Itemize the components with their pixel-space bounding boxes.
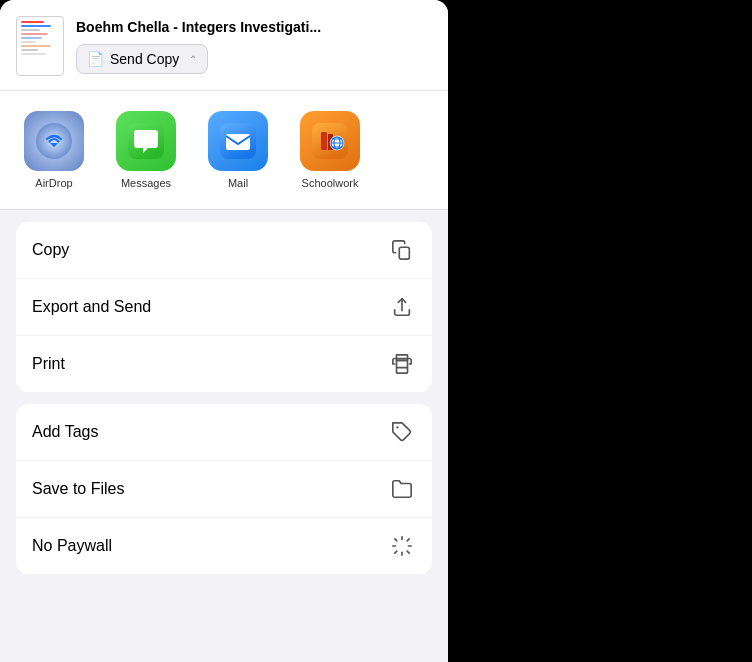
svg-line-21 — [407, 551, 409, 553]
no-paywall-action[interactable]: No Paywall — [16, 518, 432, 574]
copy-icon — [388, 236, 416, 264]
app-mail[interactable]: Mail — [192, 107, 284, 193]
export-and-send-label: Export and Send — [32, 298, 151, 316]
print-icon — [388, 350, 416, 378]
svg-point-1 — [53, 144, 56, 147]
tag-icon — [388, 418, 416, 446]
messages-label: Messages — [121, 177, 171, 189]
schoolwork-icon — [300, 111, 360, 171]
export-icon — [388, 293, 416, 321]
svg-point-0 — [36, 123, 72, 159]
svg-line-25 — [407, 539, 409, 541]
copy-action[interactable]: Copy — [16, 222, 432, 279]
header-info: Boehm Chella - Integers Investigati... 📄… — [76, 18, 432, 74]
save-to-files-action[interactable]: Save to Files — [16, 461, 432, 518]
airdrop-label: AirDrop — [35, 177, 72, 189]
print-action[interactable]: Print — [16, 336, 432, 392]
svg-rect-4 — [226, 134, 250, 150]
apps-row: AirDrop Messages — [0, 91, 448, 210]
svg-rect-16 — [397, 355, 408, 361]
schoolwork-label: Schoolwork — [302, 177, 359, 189]
copy-doc-icon: 📄 — [87, 51, 104, 67]
action-section-2: Add Tags Save to Files No Paywall — [16, 404, 432, 574]
doc-thumbnail — [16, 16, 64, 76]
print-label: Print — [32, 355, 65, 373]
svg-line-20 — [395, 539, 397, 541]
chevron-down-icon: ⌃ — [189, 54, 197, 65]
add-tags-label: Add Tags — [32, 423, 98, 441]
dark-overlay — [448, 0, 752, 662]
copy-label: Copy — [32, 241, 69, 259]
mail-label: Mail — [228, 177, 248, 189]
export-and-send-action[interactable]: Export and Send — [16, 279, 432, 336]
action-list: Copy Export and Send — [0, 210, 448, 662]
svg-line-24 — [395, 551, 397, 553]
airdrop-icon — [24, 111, 84, 171]
send-copy-button[interactable]: 📄 Send Copy ⌃ — [76, 44, 208, 74]
app-airdrop[interactable]: AirDrop — [8, 107, 100, 193]
no-paywall-label: No Paywall — [32, 537, 112, 555]
folder-icon — [388, 475, 416, 503]
app-schoolwork[interactable]: Schoolwork — [284, 107, 376, 193]
share-panel: Boehm Chella - Integers Investigati... 📄… — [0, 0, 448, 662]
svg-rect-6 — [321, 132, 327, 150]
spinner-icon — [388, 532, 416, 560]
svg-rect-15 — [397, 368, 408, 374]
app-messages[interactable]: Messages — [100, 107, 192, 193]
save-to-files-label: Save to Files — [32, 480, 124, 498]
svg-rect-14 — [399, 247, 409, 259]
send-copy-label: Send Copy — [110, 51, 179, 67]
action-section-1: Copy Export and Send — [16, 222, 432, 392]
doc-title: Boehm Chella - Integers Investigati... — [76, 18, 432, 36]
header: Boehm Chella - Integers Investigati... 📄… — [0, 0, 448, 91]
add-tags-action[interactable]: Add Tags — [16, 404, 432, 461]
messages-icon — [116, 111, 176, 171]
mail-icon — [208, 111, 268, 171]
